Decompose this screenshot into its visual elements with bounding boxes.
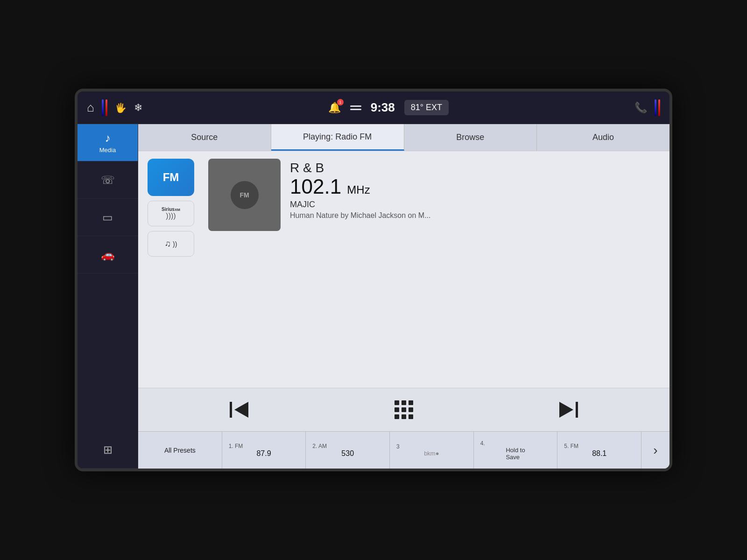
preset-5-num: 5. FM: [564, 443, 578, 449]
clock: 9:38: [371, 100, 395, 115]
presets-next-button[interactable]: ›: [641, 432, 669, 469]
album-art-inner: FM: [231, 181, 259, 209]
notification-badge: 1: [337, 99, 344, 105]
phone-icon[interactable]: 📞: [634, 102, 647, 114]
climate-control-left: [102, 99, 107, 116]
grid-icon: [395, 400, 413, 419]
all-presets-button[interactable]: All Presets: [138, 432, 222, 469]
sidebar-media-label: Media: [99, 147, 116, 154]
station-name: MAJIC: [290, 200, 660, 210]
menu-lines: [350, 105, 361, 110]
sidebar-item-media[interactable]: ♪ Media: [78, 124, 138, 161]
siriusxm-signal-icon: )))): [162, 212, 180, 220]
preset-3-num: 3: [396, 443, 400, 450]
preset-4-label: Hold toSave: [506, 447, 525, 461]
climate-blue-bar: [102, 99, 104, 116]
skip-back-icon: [227, 398, 251, 421]
playing-top: FM SiriusXM )))) ♫ )): [138, 151, 669, 388]
apps-grid-icon: ⊞: [103, 443, 113, 456]
preset-2-val: 530: [341, 449, 354, 458]
preset-5[interactable]: 5. FM 88.1: [557, 432, 641, 469]
siriusxm-label: SiriusXM: [162, 207, 180, 212]
tab-bar: Source Playing: Radio FM Browse Audio: [138, 124, 669, 151]
phone-sidebar-icon: ☏: [101, 174, 115, 187]
sidebar-item-vehicle[interactable]: 🚗: [78, 236, 138, 273]
climate-blue-bar-right: [655, 99, 656, 116]
temperature-display: 81° EXT: [404, 100, 449, 115]
sidebar-item-phone[interactable]: ☏: [78, 161, 138, 199]
preset-3[interactable]: 3 bkm●: [390, 432, 474, 469]
album-art: FM: [208, 159, 281, 231]
frequency-value: 102.1: [290, 175, 341, 198]
preset-1[interactable]: 1. FM 87.9: [222, 432, 306, 469]
sidebar: ♪ Media ☏ ▭ 🚗 ⊞: [78, 124, 138, 469]
preset-2-num: 2. AM: [312, 443, 327, 449]
preset-3-logo: bkm●: [424, 450, 439, 457]
song-info: Human Nature by Michael Jackson on M...: [290, 211, 660, 220]
bluetooth-note-icon: ♫: [165, 239, 171, 249]
svg-rect-0: [230, 402, 232, 418]
seat-heat-icon[interactable]: 🖐: [115, 102, 127, 113]
preset-4-hold-to-save[interactable]: 4. Hold toSave: [474, 432, 558, 469]
sidebar-item-mobile[interactable]: ▭: [78, 199, 138, 236]
mobile-icon: ▭: [102, 211, 113, 224]
top-bar: ⌂ 🖐 ❄ 🔔 1 9:38 81° EXT 📞: [78, 91, 669, 124]
top-bar-right: 📞: [634, 99, 660, 116]
main-area: ♪ Media ☏ ▭ 🚗 ⊞ Source: [78, 124, 669, 469]
bluetooth-waves-icon: )): [173, 240, 177, 248]
grid-button[interactable]: [388, 396, 420, 424]
skip-forward-icon: [557, 398, 580, 421]
climate-red-bar-right: [658, 99, 660, 116]
skip-forward-button[interactable]: [552, 396, 585, 424]
tab-browse[interactable]: Browse: [404, 124, 537, 151]
frequency-display: 102.1 MHz: [290, 175, 660, 198]
preset-2[interactable]: 2. AM 530: [306, 432, 390, 469]
source-icons: FM SiriusXM )))) ♫ )): [148, 159, 199, 384]
climate-control-right: [655, 99, 660, 116]
tab-source[interactable]: Source: [138, 124, 271, 151]
climate-red-bar: [106, 99, 107, 116]
track-info: R & B 102.1 MHz MAJIC Human Nature by Mi…: [290, 159, 660, 384]
svg-marker-1: [234, 402, 248, 418]
svg-rect-3: [576, 402, 578, 418]
sidebar-item-apps[interactable]: ⊞: [78, 431, 138, 469]
menu-bar-1: [350, 105, 361, 107]
skip-back-button[interactable]: [223, 396, 255, 424]
preset-5-val: 88.1: [592, 449, 606, 458]
vehicle-icon: 🚗: [101, 248, 115, 261]
top-bar-center: 🔔 1 9:38 81° EXT: [328, 100, 449, 115]
frequency-unit: MHz: [347, 183, 370, 196]
preset-4-num: 4.: [480, 440, 485, 447]
all-presets-label: All Presets: [164, 447, 196, 454]
genre-label: R & B: [290, 161, 660, 175]
preset-1-val: 87.9: [256, 449, 271, 458]
top-bar-left: ⌂ 🖐 ❄: [87, 99, 142, 116]
content-panel: Source Playing: Radio FM Browse Audio FM: [138, 124, 669, 469]
music-icon: ♪: [105, 132, 111, 145]
tab-audio[interactable]: Audio: [537, 124, 669, 151]
car-screen: ⌂ 🖐 ❄ 🔔 1 9:38 81° EXT 📞: [75, 89, 672, 471]
fm-label: FM: [163, 171, 179, 184]
presets-row: All Presets 1. FM 87.9 2. AM 530 3 bkm● …: [138, 431, 669, 469]
fm-source-button[interactable]: FM: [148, 159, 194, 196]
home-icon[interactable]: ⌂: [87, 100, 94, 115]
fan-icon[interactable]: ❄: [134, 102, 142, 114]
menu-bar-2: [350, 109, 361, 110]
notification-wrapper: 🔔 1: [328, 102, 341, 114]
tab-playing[interactable]: Playing: Radio FM: [271, 124, 404, 151]
svg-marker-2: [559, 402, 573, 418]
preset-1-num: 1. FM: [229, 443, 243, 449]
controls-row: [138, 388, 669, 431]
chevron-right-icon: ›: [653, 443, 657, 458]
siriusxm-button[interactable]: SiriusXM )))): [148, 201, 194, 226]
bluetooth-audio-button[interactable]: ♫ )): [148, 231, 194, 257]
fm-art-label: FM: [240, 191, 249, 199]
